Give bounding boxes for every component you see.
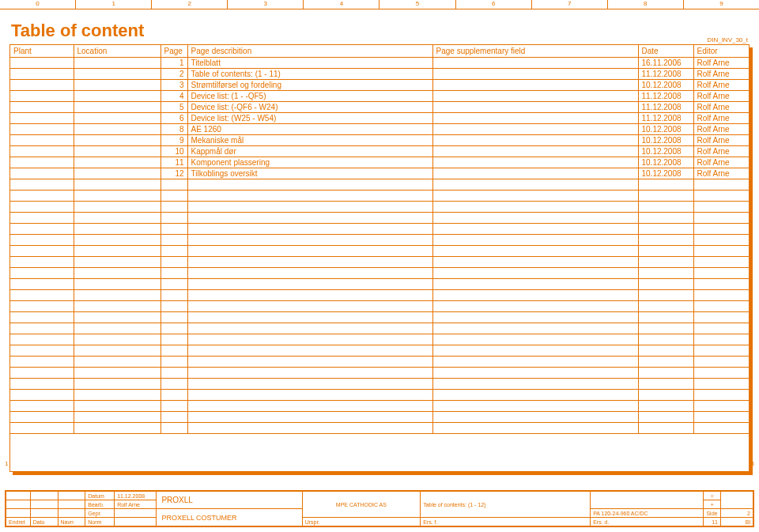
cell-description: Device list: (W25 - W54) bbox=[187, 112, 432, 123]
cell-empty bbox=[693, 367, 749, 378]
cell-empty bbox=[187, 311, 432, 323]
tb-gepr-label: Gepr. bbox=[85, 509, 115, 518]
tb-side-label: Side bbox=[704, 509, 721, 518]
tb-datum-label: Datum bbox=[85, 492, 115, 500]
cell-empty bbox=[10, 234, 74, 245]
cell-page: 8 bbox=[160, 123, 187, 134]
cell-empty bbox=[160, 422, 187, 433]
cell-empty bbox=[638, 190, 693, 201]
cell-empty bbox=[74, 356, 160, 367]
cell-empty bbox=[693, 256, 749, 267]
cell-plant bbox=[10, 168, 74, 179]
cell-plant bbox=[10, 157, 74, 168]
cell-empty bbox=[10, 190, 74, 201]
cell-empty bbox=[10, 278, 74, 289]
cell-date: 10.12.2008 bbox=[638, 157, 693, 168]
cell-empty bbox=[638, 389, 693, 400]
cell-editor: Rolf Arne bbox=[693, 145, 749, 157]
cell-empty bbox=[187, 256, 432, 267]
cell-description: Titelblatt bbox=[187, 57, 432, 68]
cell-date: 11.12.2008 bbox=[638, 90, 693, 101]
cell-empty bbox=[638, 201, 693, 212]
tb-company: PROXLL bbox=[157, 492, 302, 509]
cell-empty bbox=[10, 422, 74, 433]
cell-empty bbox=[638, 223, 693, 234]
cell-empty bbox=[638, 300, 693, 311]
cell-empty bbox=[187, 378, 432, 389]
cell-location bbox=[74, 112, 160, 123]
tb-norm: Norm bbox=[85, 518, 115, 526]
cell-location bbox=[74, 134, 160, 145]
table-row-empty bbox=[10, 311, 749, 323]
tb-eq: = bbox=[704, 492, 721, 500]
cell-empty bbox=[638, 323, 693, 334]
cell-editor: Rolf Arne bbox=[693, 101, 749, 112]
cell-empty bbox=[160, 400, 187, 411]
ruler-cell: 8 bbox=[608, 0, 684, 9]
table-row: 11Komponent plassering10.12.2008Rolf Arn… bbox=[10, 157, 749, 168]
cell-page: 4 bbox=[160, 90, 187, 101]
tb-toc-desc: Table of contents: (1 - 12) bbox=[421, 492, 591, 518]
cell-plant bbox=[10, 79, 74, 90]
cell-empty bbox=[160, 223, 187, 234]
cell-empty bbox=[432, 300, 638, 311]
cell-empty bbox=[693, 323, 749, 334]
cell-empty bbox=[693, 278, 749, 289]
cell-empty bbox=[432, 245, 638, 256]
cell-empty bbox=[187, 367, 432, 378]
cell-empty bbox=[74, 179, 160, 190]
toc-table: Plant Location Page Page describition Pa… bbox=[10, 45, 749, 434]
table-row-empty bbox=[10, 234, 749, 245]
cell-empty bbox=[638, 345, 693, 356]
table-row-empty bbox=[10, 378, 749, 389]
cell-supplementary bbox=[432, 90, 638, 101]
cell-description: Device list: (-QF6 - W24) bbox=[187, 101, 432, 112]
cell-empty bbox=[10, 212, 74, 223]
cell-page: 9 bbox=[160, 134, 187, 145]
cell-page: 11 bbox=[160, 157, 187, 168]
cell-empty bbox=[160, 300, 187, 311]
tb-bl-n: 11 bbox=[704, 518, 721, 526]
cell-empty bbox=[432, 378, 638, 389]
cell-empty bbox=[160, 367, 187, 378]
cell-empty bbox=[638, 422, 693, 433]
cell-empty bbox=[74, 256, 160, 267]
cell-editor: Rolf Arne bbox=[693, 112, 749, 123]
cell-empty bbox=[160, 212, 187, 223]
cell-empty bbox=[432, 400, 638, 411]
cell-empty bbox=[187, 267, 432, 278]
cell-supplementary bbox=[432, 112, 638, 123]
table-row-empty bbox=[10, 334, 749, 345]
cell-location bbox=[74, 68, 160, 79]
cell-empty bbox=[638, 278, 693, 289]
cell-empty bbox=[693, 234, 749, 245]
cell-supplementary bbox=[432, 68, 638, 79]
table-frame: Plant Location Page Page describition Pa… bbox=[9, 44, 750, 472]
cell-empty bbox=[74, 378, 160, 389]
table-row-empty bbox=[10, 356, 749, 367]
cell-date: 10.12.2008 bbox=[638, 79, 693, 90]
cell-empty bbox=[693, 422, 749, 433]
cell-description: Strømtilførsel og fordeling bbox=[187, 79, 432, 90]
cell-empty bbox=[10, 356, 74, 367]
cell-description: Komponent plassering bbox=[187, 157, 432, 168]
tb-ersf: Ers. f. bbox=[421, 518, 591, 526]
cell-empty bbox=[74, 245, 160, 256]
cell-empty bbox=[74, 234, 160, 245]
cell-empty bbox=[693, 201, 749, 212]
col-location: Location bbox=[74, 45, 160, 57]
cell-empty bbox=[160, 201, 187, 212]
table-row: 5Device list: (-QF6 - W24)11.12.2008Rolf… bbox=[10, 101, 749, 112]
cell-date: 10.12.2008 bbox=[638, 168, 693, 179]
col-date: Date bbox=[638, 45, 693, 57]
cell-empty bbox=[638, 234, 693, 245]
cell-empty bbox=[187, 345, 432, 356]
tb-urspr: Urspr. bbox=[302, 518, 420, 526]
cell-empty bbox=[160, 179, 187, 190]
ruler-cell: 9 bbox=[684, 0, 759, 9]
cell-empty bbox=[638, 256, 693, 267]
table-row-empty bbox=[10, 245, 749, 256]
cell-empty bbox=[74, 190, 160, 201]
table-row: 6Device list: (W25 - W54)11.12.2008Rolf … bbox=[10, 112, 749, 123]
cell-empty bbox=[187, 212, 432, 223]
